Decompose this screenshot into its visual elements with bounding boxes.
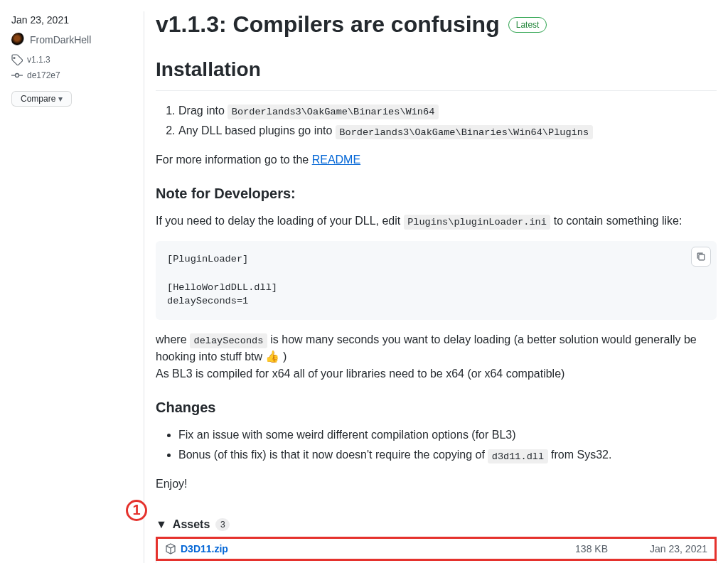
code-block: [PluginLoader] [HelloWorldDLL.dll] delay… [156, 241, 717, 320]
change-item: Fix an issue with some weird different c… [178, 427, 717, 444]
asset-date: Jan 23, 2021 [608, 543, 707, 554]
assets-heading: Assets [173, 518, 210, 531]
copy-button[interactable] [691, 247, 711, 267]
thumbs-up-emoji: 👍 [265, 348, 279, 365]
change-item: Bonus (of this fix) is that it now doesn… [178, 446, 717, 463]
asset-size: 138 KB [508, 543, 608, 554]
delay-explain: where delaySeconds is how many seconds y… [156, 331, 717, 382]
installation-steps: Drag into Borderlands3\OakGame\Binaries\… [156, 102, 717, 140]
release-sidebar: Jan 23, 2021 FromDarkHell v1.1.3 de172e7… [11, 11, 132, 563]
install-step-1: Drag into Borderlands3\OakGame\Binaries\… [178, 102, 717, 119]
release-author[interactable]: FromDarkHell [11, 33, 132, 47]
release-main: v1.1.3: Compilers are confusing Latest I… [144, 11, 717, 563]
path-code: Borderlands3\OakGame\Binaries\Win64\Plug… [336, 125, 593, 139]
release-title: v1.1.3: Compilers are confusing [156, 11, 500, 38]
installation-heading: Installation [156, 55, 717, 91]
avatar [11, 33, 26, 47]
svg-rect-3 [699, 254, 705, 260]
readme-link[interactable]: README [312, 154, 360, 166]
assets-section: 1 ▼ Assets 3 D3D11.zip 138 KB Jan 23, 20… [156, 513, 717, 563]
dll-code: d3d11.dll [488, 449, 547, 463]
changes-list: Fix an issue with some weird different c… [156, 427, 717, 463]
package-icon [165, 543, 176, 554]
annotation-marker: 1 [126, 500, 147, 521]
path-code: Borderlands3\OakGame\Binaries\Win64 [228, 104, 438, 119]
release-title-row: v1.1.3: Compilers are confusing Latest [156, 11, 717, 38]
copy-icon [696, 252, 706, 262]
dev-note-text: If you need to delay the loading of your… [156, 213, 717, 230]
release-body: Installation Drag into Borderlands3\OakG… [156, 55, 717, 493]
commit-sha: de172e7 [27, 70, 60, 80]
commit-icon [11, 70, 23, 81]
asset-row[interactable]: Source code (zip) Dec 22, 2020 [156, 560, 716, 563]
compare-button[interactable]: Compare ▾ [11, 91, 72, 107]
commit-row[interactable]: de172e7 [11, 70, 132, 81]
tag-row[interactable]: v1.1.3 [11, 54, 132, 65]
enjoy-text: Enjoy! [156, 476, 717, 493]
assets-toggle[interactable]: ▼ Assets 3 [156, 513, 717, 537]
svg-point-0 [16, 74, 19, 77]
x64-note: As BL3 is compiled for x64 all of your l… [156, 368, 564, 380]
latest-badge: Latest [508, 17, 547, 33]
tag-icon [11, 54, 23, 65]
author-name: FromDarkHell [30, 34, 91, 45]
install-step-2: Any DLL based plugins go into Borderland… [178, 122, 717, 139]
delay-code: delaySeconds [190, 333, 267, 348]
caret-down-icon: ▾ [58, 94, 63, 104]
caret-down-icon: ▼ [156, 518, 167, 531]
changes-heading: Changes [156, 397, 717, 418]
ini-path-code: Plugins\pluginLoader.ini [404, 215, 551, 229]
assets-count: 3 [215, 518, 230, 531]
compare-label: Compare [21, 94, 55, 104]
tag-name: v1.1.3 [27, 55, 50, 65]
release-date: Jan 23, 2021 [11, 14, 132, 26]
more-info: For more information go to the README [156, 151, 717, 168]
asset-name[interactable]: D3D11.zip [165, 543, 508, 554]
asset-list: D3D11.zip 138 KB Jan 23, 2021 Source cod… [156, 537, 717, 563]
asset-row[interactable]: D3D11.zip 138 KB Jan 23, 2021 [156, 537, 716, 560]
dev-note-heading: Note for Developers: [156, 183, 717, 204]
